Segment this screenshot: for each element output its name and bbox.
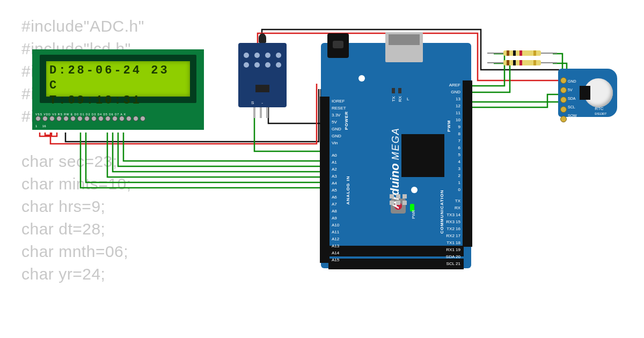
lcd-line-2: T:09:10:31 <box>49 93 187 108</box>
lcd-line-1: D:28-06-24 23 C <box>49 63 187 93</box>
comm-section-label: COMMUNICATION <box>439 189 444 233</box>
usb-b-port-icon <box>385 32 423 62</box>
icsp-header[interactable] <box>390 194 408 206</box>
rtc-ic-chip <box>580 86 590 100</box>
pwm-section-label: PWM <box>447 120 451 132</box>
ntc-pin-labels: S- <box>251 100 270 105</box>
pullup-resistor-1[interactable] <box>487 50 557 56</box>
tx-led-icon <box>392 88 395 93</box>
dc-barrel-jack-icon <box>327 33 349 58</box>
ntc-mount-holes <box>244 53 282 68</box>
rx-led-icon <box>398 88 401 93</box>
right-header-strip[interactable] <box>463 80 472 247</box>
arduino-mega-board[interactable]: Arduino MEGA IOREF RESET 3.3V 5V GND GND… <box>321 43 471 268</box>
pwr-led-label: PWR <box>412 210 415 218</box>
lcd-pad-row <box>35 116 145 121</box>
bottom-header-strip-2[interactable] <box>328 246 464 256</box>
ntc-ic-chip <box>255 85 269 92</box>
tx-led-label: TX <box>391 96 396 101</box>
lcd-screen: D:28-06-24 23 C T:09:10:31 <box>46 61 190 97</box>
analog-section-label: ANALOG IN <box>346 176 350 205</box>
right-pin-labels: AREF GND 13 12 11 10 9 8 7 6 5 4 3 2 1 0… <box>446 82 460 267</box>
rtc-ds1307-module[interactable]: GND 5V SDA SCL SQW RTCDS1307 <box>558 69 617 117</box>
lcd-pin-numbers: 1 16 <box>35 124 46 128</box>
lcd-16x2-module[interactable]: D:28-06-24 23 C T:09:10:31 VSS VDD V0 RS… <box>32 49 204 130</box>
left-header-strip[interactable] <box>320 97 330 263</box>
rtc-title: RTCDS1307 <box>595 106 606 116</box>
mount-hole-icon <box>411 187 418 193</box>
rx-led-label: RX <box>398 96 402 102</box>
thermistor-bead-icon <box>259 33 266 43</box>
ntc-thermistor-module[interactable]: S- <box>238 43 287 107</box>
pullup-resistor-2[interactable] <box>487 60 557 65</box>
l-led-label: L <box>407 97 409 101</box>
rtc-pin-pads[interactable] <box>560 77 567 122</box>
mount-hole-icon <box>358 75 365 82</box>
power-section-label: POWER <box>344 111 349 130</box>
rtc-pin-labels: GND 5V SDA SCL SQW <box>568 77 577 120</box>
ntc-header-pins <box>253 107 268 118</box>
atmega-chip-icon <box>401 134 444 177</box>
bottom-header-strip-1[interactable] <box>328 259 464 269</box>
